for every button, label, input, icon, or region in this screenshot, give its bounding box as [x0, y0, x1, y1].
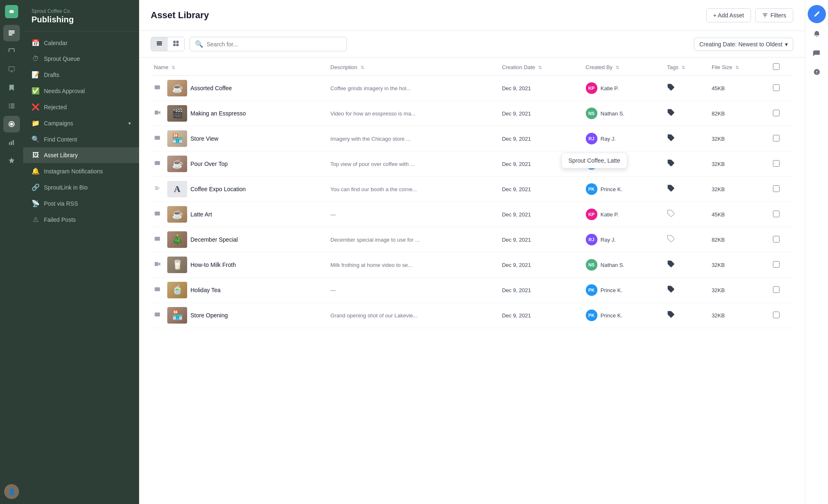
sidebar-item-instagram-notifications[interactable]: 🔔 Instagram Notifications	[23, 163, 139, 179]
tag-icon[interactable]	[667, 312, 675, 320]
tag-icon[interactable]	[667, 161, 675, 169]
user-avatar[interactable]: 👤	[4, 484, 19, 499]
asset-type-icon	[154, 160, 161, 168]
tag-icon[interactable]	[667, 110, 675, 118]
tag-icon[interactable]	[667, 186, 675, 194]
rail-send-icon[interactable]	[3, 116, 20, 132]
filters-button[interactable]: Filters	[755, 8, 793, 22]
rail-monitor-icon[interactable]	[3, 61, 20, 78]
col-description[interactable]: Description ⇅	[327, 58, 498, 76]
asset-checkbox-cell[interactable]	[770, 227, 793, 252]
sidebar-item-find-content[interactable]: 🔍 Find Content	[23, 131, 139, 147]
asset-type-icon	[154, 286, 161, 294]
rail-publishing-icon[interactable]	[3, 25, 20, 41]
asset-tag[interactable]	[664, 101, 708, 126]
chat-button[interactable]	[809, 45, 825, 61]
sidebar-item-sproutlink-in-bio[interactable]: 🔗 SproutLink in Bio	[23, 179, 139, 195]
asset-checkbox-cell[interactable]	[770, 278, 793, 303]
asset-checkbox-cell[interactable]	[770, 126, 793, 151]
asset-checkbox-cell[interactable]	[770, 101, 793, 126]
asset-creation-date: Dec 9, 2021	[498, 76, 582, 101]
asset-checkbox-cell[interactable]	[770, 303, 793, 328]
svg-point-25	[156, 137, 156, 138]
asset-description: Imagery with the Chicago store ...	[327, 126, 498, 151]
row-checkbox[interactable]	[773, 286, 780, 293]
add-asset-button[interactable]: + Add Asset	[706, 8, 751, 22]
sidebar-item-drafts[interactable]: 📝 Drafts	[23, 67, 139, 83]
row-checkbox[interactable]	[773, 160, 780, 167]
col-file-size[interactable]: File Size ⇅	[708, 58, 770, 76]
asset-checkbox-cell[interactable]	[770, 151, 793, 177]
rail-star-icon[interactable]	[3, 152, 20, 169]
tag-icon[interactable]	[667, 262, 675, 270]
search-input[interactable]	[207, 41, 342, 48]
asset-tag[interactable]	[664, 202, 708, 227]
row-checkbox[interactable]	[773, 110, 780, 116]
rail-list-icon[interactable]	[3, 98, 20, 114]
compose-button[interactable]	[808, 5, 826, 23]
tag-icon[interactable]	[667, 85, 675, 93]
row-checkbox[interactable]	[773, 261, 780, 268]
table-row: 🍵 Holiday Tea — Dec 9, 2021 PK Prince K.…	[151, 278, 793, 303]
asset-tag[interactable]	[664, 126, 708, 151]
tag-icon[interactable]	[667, 287, 675, 295]
list-view-button[interactable]	[151, 37, 168, 51]
tag-icon[interactable]	[667, 211, 675, 219]
svg-rect-30	[155, 186, 157, 187]
sidebar-item-sprout-queue[interactable]: ⏱ Sprout Queue	[23, 51, 139, 67]
asset-tag[interactable]	[664, 303, 708, 328]
sidebar-item-asset-library[interactable]: 🖼 Asset Library	[23, 147, 139, 163]
select-all-checkbox[interactable]	[773, 63, 780, 70]
rejected-icon: ❌	[31, 103, 40, 111]
row-checkbox[interactable]	[773, 236, 780, 242]
col-name[interactable]: Name ⇅	[151, 58, 327, 76]
sidebar-item-failed-posts[interactable]: ⚠ Failed Posts	[23, 211, 139, 228]
tag-icon[interactable]	[667, 135, 675, 144]
row-checkbox[interactable]	[773, 135, 780, 142]
col-select-all[interactable]	[770, 58, 793, 76]
sidebar-item-needs-approval[interactable]: ✅ Needs Approval	[23, 83, 139, 99]
notifications-button[interactable]	[809, 26, 825, 42]
asset-type-icon	[154, 109, 161, 118]
asset-creator: KP Katie P.	[582, 202, 664, 227]
search-box[interactable]: 🔍	[190, 37, 347, 51]
asset-name-cell: ☕ Pour Over Top	[151, 151, 327, 177]
asset-tag[interactable]	[664, 278, 708, 303]
rail-inbox-icon[interactable]	[3, 43, 20, 60]
asset-checkbox-cell[interactable]	[770, 202, 793, 227]
help-button[interactable]	[809, 64, 825, 80]
row-checkbox[interactable]	[773, 312, 780, 318]
tag-icon[interactable]	[667, 236, 675, 245]
asset-checkbox-cell[interactable]	[770, 76, 793, 101]
sidebar-item-post-via-rss[interactable]: 📡 Post via RSS	[23, 195, 139, 211]
asset-tag[interactable]	[664, 227, 708, 252]
sidebar-item-calendar[interactable]: 📅 Calendar	[23, 35, 139, 51]
table-row: ☕ Assorted Coffee Coffee grinds imagery …	[151, 76, 793, 101]
asset-tag[interactable]	[664, 151, 708, 177]
col-tags[interactable]: Tags ⇅	[664, 58, 708, 76]
creator-name: Prince K.	[601, 287, 623, 293]
svg-rect-6	[10, 106, 14, 106]
row-checkbox[interactable]	[773, 84, 780, 91]
rail-analytics-icon[interactable]	[3, 134, 20, 151]
col-created-by[interactable]: Created By ⇅	[582, 58, 664, 76]
asset-tag[interactable]	[664, 177, 708, 202]
asset-tag[interactable]	[664, 252, 708, 278]
asset-checkbox-cell[interactable]	[770, 252, 793, 278]
row-checkbox[interactable]	[773, 185, 780, 192]
rail-bookmark-icon[interactable]	[3, 79, 20, 96]
grid-view-button[interactable]	[168, 37, 184, 51]
asset-name: December Special	[190, 236, 238, 243]
svg-rect-4	[10, 104, 14, 105]
main-content: Asset Library + Add Asset Filters 🔍 Crea…	[139, 0, 805, 504]
sidebar-item-rejected[interactable]: ❌ Rejected	[23, 99, 139, 115]
sidebar-item-campaigns[interactable]: 📁 Campaigns ▾	[23, 115, 139, 131]
col-creation-date[interactable]: Creation Date ⇅	[498, 58, 582, 76]
svg-rect-11	[13, 140, 14, 145]
sort-dropdown[interactable]: Creating Date: Newest to Oldest ▾	[694, 38, 793, 51]
asset-file-size: 32KB	[708, 126, 770, 151]
asset-tag[interactable]	[664, 76, 708, 101]
asset-checkbox-cell[interactable]	[770, 177, 793, 202]
row-checkbox[interactable]	[773, 211, 780, 217]
sidebar-item-label: Post via RSS	[44, 200, 78, 207]
